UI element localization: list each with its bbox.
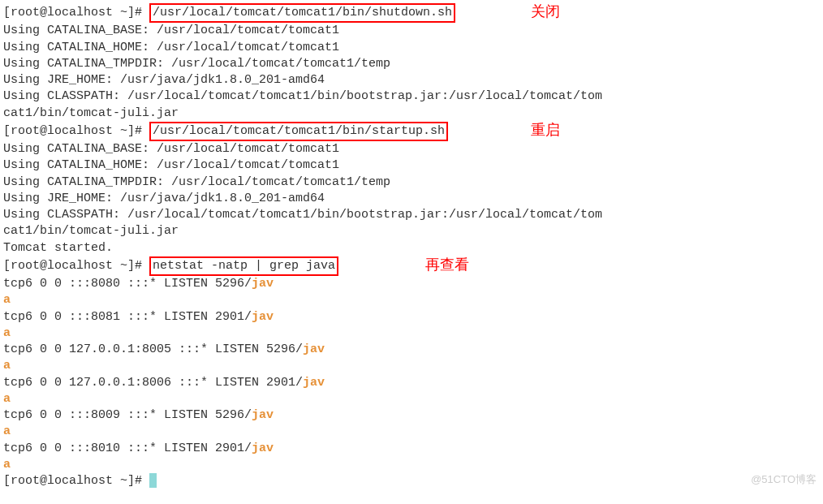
command-line-netstat: [root@localhost ~]# netstat -natp | grep… [3, 256, 820, 276]
annotation-shutdown: 关闭 [531, 2, 560, 21]
process-name: jav [303, 342, 325, 356]
env-line: Using CATALINA_TMPDIR: /usr/local/tomcat… [3, 56, 820, 72]
command-line-startup: [root@localhost ~]# /usr/local/tomcat/to… [3, 122, 820, 141]
prompt: [root@localhost ~]# [3, 124, 149, 138]
netstat-row: tcp6 0 0 :::8080 :::* LISTEN 5296/jav [3, 276, 820, 292]
process-name: jav [303, 376, 325, 390]
netstat-row: tcp6 0 0 127.0.0.1:8005 :::* LISTEN 5296… [3, 342, 820, 358]
env-line: cat1/bin/tomcat-juli.jar [3, 223, 820, 239]
env-line: cat1/bin/tomcat-juli.jar [3, 106, 820, 122]
annotation-startup: 重启 [531, 120, 560, 140]
netstat-row-wrap: a [3, 358, 820, 374]
process-name: jav [252, 310, 274, 324]
netstat-command-box: netstat -natp | grep java [149, 256, 338, 276]
final-prompt-line: [root@localhost ~]# [3, 473, 820, 489]
prompt: [root@localhost ~]# [3, 259, 149, 273]
env-line: Using CLASSPATH: /usr/local/tomcat/tomca… [3, 88, 820, 105]
netstat-row-wrap: a [3, 325, 820, 342]
env-line: Using CATALINA_BASE: /usr/local/tomcat/t… [3, 141, 820, 157]
env-line: Using JRE_HOME: /usr/java/jdk1.8.0_201-a… [3, 72, 820, 88]
process-name: jav [252, 277, 274, 291]
netstat-row: tcp6 0 0 :::8081 :::* LISTEN 2901/jav [3, 309, 820, 325]
env-line: Tomcat started. [3, 240, 820, 256]
env-line: Using JRE_HOME: /usr/java/jdk1.8.0_201-a… [3, 191, 820, 207]
env-line: Using CATALINA_HOME: /usr/local/tomcat/t… [3, 157, 820, 174]
netstat-output: tcp6 0 0 :::8080 :::* LISTEN 5296/javatc… [3, 276, 820, 473]
prompt: [root@localhost ~]# [3, 474, 149, 488]
netstat-row: tcp6 0 0 :::8010 :::* LISTEN 2901/jav [3, 441, 820, 457]
env-line: Using CLASSPATH: /usr/local/tomcat/tomca… [3, 207, 820, 223]
netstat-row-wrap: a [3, 457, 820, 473]
cursor-icon[interactable] [149, 473, 157, 488]
netstat-row: tcp6 0 0 :::8009 :::* LISTEN 5296/jav [3, 407, 820, 424]
watermark: @51CTO博客 [751, 472, 817, 487]
netstat-row-wrap: a [3, 391, 820, 407]
terminal-output: [root@localhost ~]# /usr/local/tomcat/to… [3, 3, 820, 489]
prompt: [root@localhost ~]# [3, 6, 149, 19]
netstat-row: tcp6 0 0 127.0.0.1:8006 :::* LISTEN 2901… [3, 375, 820, 391]
env-line: Using CATALINA_HOME: /usr/local/tomcat/t… [3, 40, 820, 56]
process-name: jav [252, 442, 274, 455]
startup-command-box: /usr/local/tomcat/tomcat1/bin/startup.sh [149, 122, 448, 141]
netstat-row-wrap: a [3, 424, 820, 440]
env-line: Using CATALINA_BASE: /usr/local/tomcat/t… [3, 23, 820, 39]
command-line-shutdown: [root@localhost ~]# /usr/local/tomcat/to… [3, 3, 820, 23]
netstat-row-wrap: a [3, 292, 820, 308]
shutdown-command-box: /usr/local/tomcat/tomcat1/bin/shutdown.s… [149, 3, 455, 23]
env-line: Using CATALINA_TMPDIR: /usr/local/tomcat… [3, 174, 820, 191]
annotation-netstat: 再查看 [425, 255, 469, 274]
process-name: jav [252, 408, 274, 422]
